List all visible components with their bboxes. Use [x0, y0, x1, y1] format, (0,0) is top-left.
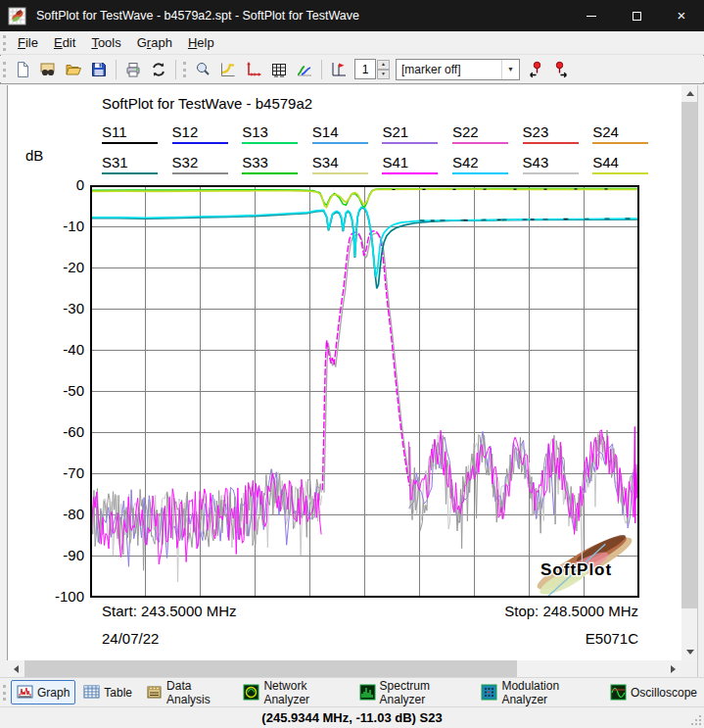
marker-next-button[interactable]	[549, 58, 573, 81]
legend-item[interactable]: S43	[523, 154, 593, 174]
close-button[interactable]: ×	[659, 0, 704, 31]
legend-color-line	[172, 172, 228, 174]
modulation-analyzer-tab-icon	[481, 684, 497, 701]
dropdown-arrow-icon[interactable]: ▼	[501, 60, 519, 79]
app-window: SoftPlot for TestWave - b4579a2.spt - So…	[0, 0, 704, 728]
graph-title: SoftPlot for TestWave - b4579a2	[102, 95, 312, 112]
graph-surface[interactable]: SoftPlot for TestWave - b4579a2 S11S12S1…	[8, 85, 681, 660]
scrollbar-corner	[681, 660, 698, 677]
marker-dropdown[interactable]: [marker off] ▼	[396, 59, 520, 80]
vertical-scrollbar-thumb[interactable]	[681, 102, 698, 608]
marker-tool-button[interactable]	[327, 58, 351, 81]
legend-label: S42	[452, 154, 523, 170]
instrument-tabbar: Graph Table Data Analysis Network Analyz…	[0, 677, 704, 706]
tab-label: Graph	[37, 686, 70, 700]
legend-item[interactable]: S23	[523, 123, 593, 144]
scroll-right-button[interactable]	[665, 660, 681, 677]
menubar-grip[interactable]	[3, 35, 6, 51]
tab-network-analyzer[interactable]: Network Analyzer	[237, 675, 351, 710]
menu-graph[interactable]: Graph	[129, 33, 180, 52]
maximize-button[interactable]	[614, 0, 659, 31]
legend-item[interactable]: S12	[172, 123, 243, 144]
save-button[interactable]	[87, 58, 111, 81]
legend-color-line	[312, 172, 368, 174]
zoom-button[interactable]	[191, 58, 214, 81]
marker-readout: (245.9344 MHz, -11.03 dB) S23	[261, 710, 442, 725]
tab-label: Oscilloscope	[631, 686, 697, 700]
y-tick-label: -20	[43, 259, 84, 275]
zoom-icon	[194, 61, 211, 78]
legend-item[interactable]: S33	[242, 154, 312, 174]
grid-icon	[270, 61, 288, 78]
legend-item[interactable]: S44	[592, 154, 663, 174]
axes-icon	[245, 61, 262, 78]
tab-spectrum-analyzer[interactable]: Spectrum Analyzer	[353, 675, 474, 710]
find-file-button[interactable]	[36, 58, 60, 81]
curve-tools-button[interactable]	[293, 58, 316, 81]
legend-item[interactable]: S42	[452, 154, 523, 174]
legend-row-1: S11S12S13S14S21S22S23S24	[102, 123, 663, 144]
tab-graph[interactable]: Graph	[11, 680, 75, 704]
tab-data-analysis[interactable]: Data Analysis	[140, 675, 235, 710]
legend-item[interactable]: S22	[452, 123, 523, 144]
print-button[interactable]	[121, 58, 145, 81]
legend-item[interactable]: S31	[102, 154, 172, 174]
y-tick-label: -50	[43, 382, 84, 399]
tab-modulation-analyzer[interactable]: Modulation Analyzer	[475, 675, 602, 710]
menu-edit[interactable]: Edit	[46, 33, 83, 52]
legend-item[interactable]: S32	[172, 154, 243, 174]
legend-color-line	[382, 142, 438, 144]
spinner-up-button[interactable]: ▲	[377, 60, 390, 70]
open-folder-button[interactable]	[62, 58, 85, 81]
minimize-button[interactable]	[569, 0, 614, 31]
graph-tab-icon	[17, 684, 33, 701]
tab-oscilloscope[interactable]: Oscilloscope	[604, 680, 703, 704]
legend-item[interactable]: S11	[102, 123, 172, 144]
marker-number-value[interactable]: 1	[354, 59, 376, 79]
new-file-button[interactable]	[11, 58, 34, 81]
menu-tools[interactable]: Tools	[83, 33, 128, 52]
resize-grip[interactable]	[690, 714, 702, 726]
spinner-down-button[interactable]: ▼	[377, 70, 390, 79]
legend-item[interactable]: S13	[242, 123, 312, 144]
y-tick-label: -10	[43, 218, 84, 234]
y-tick-label: -100	[43, 588, 84, 605]
table-tab-icon	[83, 684, 100, 701]
axes-button[interactable]	[242, 58, 265, 81]
grid-button[interactable]	[267, 58, 291, 81]
marker-prev-button[interactable]	[524, 58, 547, 81]
legend-row-2: S31S32S33S34S41S42S43S44	[102, 154, 663, 174]
plot-canvas[interactable]: SoftPlot	[90, 185, 639, 598]
legend-color-line	[312, 142, 368, 144]
y-tick-label: 0	[43, 176, 84, 193]
legend-item[interactable]: S14	[312, 123, 383, 144]
toolbar-grip-2[interactable]	[183, 62, 186, 77]
y-tick-label: -30	[43, 300, 84, 316]
y-axis-unit: dB	[25, 147, 43, 164]
date-label: 24/07/22	[102, 630, 159, 647]
vertical-scrollbar[interactable]	[681, 85, 698, 660]
marker-prev-icon	[527, 61, 544, 78]
start-frequency-label: Start: 243.5000 MHz	[102, 603, 237, 619]
legend-item[interactable]: S41	[382, 154, 452, 174]
legend-item[interactable]: S21	[382, 123, 452, 144]
refresh-button[interactable]	[147, 58, 170, 81]
scroll-up-button[interactable]	[681, 85, 698, 102]
autoscale-button[interactable]	[216, 58, 240, 81]
tab-label: Spectrum Analyzer	[380, 679, 468, 706]
tab-label: Modulation Analyzer	[501, 679, 596, 706]
legend-color-line	[242, 142, 298, 144]
scroll-left-button[interactable]	[8, 660, 24, 677]
legend-label: S11	[102, 123, 172, 140]
menu-file[interactable]: File	[10, 33, 46, 52]
toolbar-grip-1[interactable]	[3, 62, 6, 77]
scroll-down-button[interactable]	[681, 644, 698, 660]
legend-color-line	[592, 142, 648, 144]
marker-number-spinner[interactable]: 1 ▲ ▼	[354, 59, 390, 79]
menu-help[interactable]: Help	[180, 33, 222, 52]
legend-item[interactable]: S34	[312, 154, 383, 174]
tabbar-grip[interactable]	[3, 685, 6, 701]
tab-table[interactable]: Table	[77, 680, 138, 704]
legend-item[interactable]: S24	[592, 123, 663, 144]
legend-label: S22	[452, 123, 523, 140]
